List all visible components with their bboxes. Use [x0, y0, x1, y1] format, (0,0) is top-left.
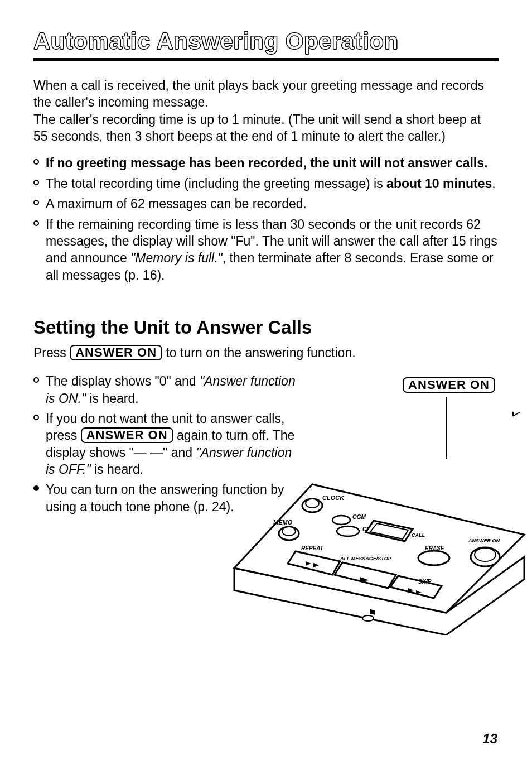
- note-item: The display shows "0" and "Answer functi…: [33, 373, 296, 407]
- note-item: If no greeting message has been recorded…: [33, 155, 499, 171]
- answer-on-button-inline: ANSWER ON: [81, 427, 173, 443]
- answer-on-button-inline: ANSWER ON: [70, 345, 162, 360]
- note-item: If the remaining recording time is less …: [33, 216, 499, 283]
- intro-paragraph: When a call is received, the unit plays …: [33, 77, 499, 145]
- label-skip: SKIP: [418, 579, 432, 585]
- manual-page: Automatic Answering Operation When a cal…: [0, 0, 532, 760]
- label-ogm: OGM: [352, 514, 366, 520]
- note-item: A maximum of 62 messages can be recorded…: [33, 195, 499, 212]
- section-heading: Setting the Unit to Answer Calls: [33, 317, 499, 338]
- svg-point-14: [418, 551, 449, 565]
- svg-rect-18: [513, 412, 521, 416]
- svg-rect-11: [370, 609, 375, 615]
- page-title: Automatic Answering Operation: [33, 28, 499, 61]
- label-repeat: REPEAT: [301, 545, 324, 551]
- label-memo: MEMO: [273, 519, 293, 526]
- svg-point-16: [475, 548, 496, 561]
- svg-point-3: [306, 499, 319, 508]
- press-answer-on-line: Press ANSWER ON to turn on the answering…: [33, 345, 499, 360]
- svg-point-7: [337, 526, 359, 536]
- note-item: The total recording time (including the …: [33, 175, 499, 192]
- page-number: 13: [482, 731, 497, 747]
- top-bullet-list: If no greeting message has been recorded…: [33, 155, 499, 283]
- label-erase: ERASE: [425, 545, 444, 551]
- callout-answer-on: ANSWER ON: [403, 376, 495, 393]
- label-call: CALL: [412, 532, 425, 538]
- answering-machine-illustration: CLOCK MEMO OGM CODE CALL REPEAT: [223, 412, 532, 635]
- label-allmsg: ALL MESSAGE/STOP: [340, 556, 392, 561]
- label-answeron: ANSWER ON: [468, 538, 500, 543]
- svg-point-5: [282, 527, 296, 536]
- label-clock: CLOCK: [322, 494, 345, 501]
- svg-point-17: [362, 615, 374, 621]
- svg-point-6: [332, 516, 350, 525]
